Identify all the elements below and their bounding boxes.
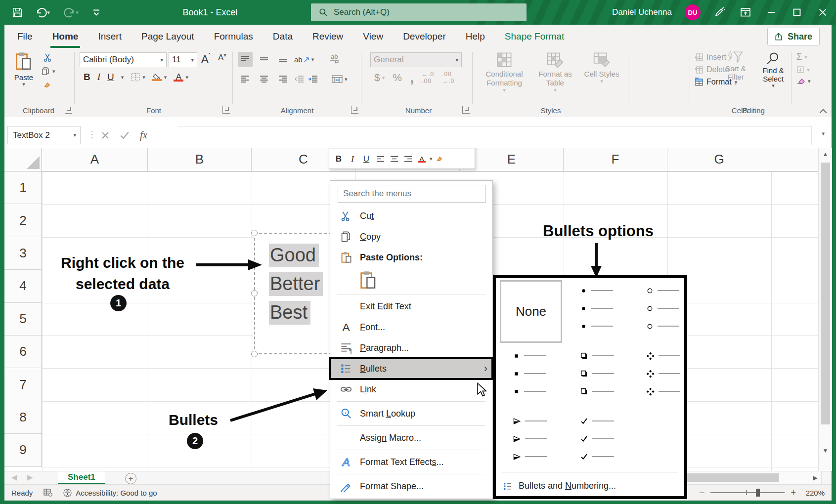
- row-header-3[interactable]: 3: [4, 237, 42, 270]
- tab-insert[interactable]: Insert: [88, 25, 132, 48]
- middle-align-button[interactable]: [257, 52, 271, 67]
- decrease-font-size-button[interactable]: A▾: [218, 53, 226, 63]
- column-header-G[interactable]: G: [667, 148, 771, 171]
- mini-italic-button[interactable]: I: [347, 152, 358, 167]
- scroll-down-icon[interactable]: ▼: [819, 444, 832, 457]
- sheet-tab-sheet1[interactable]: Sheet1: [58, 471, 105, 484]
- tab-help[interactable]: Help: [456, 25, 495, 48]
- merge-center-button[interactable]: ▾: [332, 75, 348, 83]
- conditional-formatting-button[interactable]: Conditional Formatting ▾: [479, 51, 529, 93]
- menu-item-paste-keep-source-formatting[interactable]: [330, 268, 492, 293]
- select-all-corner[interactable]: [4, 148, 42, 171]
- bullet-option-arrow-bullets[interactable]: [513, 416, 570, 462]
- mini-format-painter-icon[interactable]: [435, 152, 446, 167]
- menu-item-paragraph[interactable]: ¶Paragraph...: [330, 337, 492, 358]
- formula-input[interactable]: [177, 126, 812, 145]
- top-align-button[interactable]: [238, 52, 253, 67]
- menu-item-font[interactable]: AFont...: [330, 317, 492, 337]
- zoom-in-icon[interactable]: +: [791, 488, 796, 498]
- textbox-handle-top-left[interactable]: [251, 230, 258, 236]
- column-header-F[interactable]: F: [564, 148, 667, 171]
- minimize-button[interactable]: [765, 6, 778, 19]
- font-color-button[interactable]: A▾: [174, 73, 188, 82]
- menu-item-smart-lookup[interactable]: iSmart Lookup: [330, 403, 492, 424]
- tab-developer[interactable]: Developer: [393, 25, 456, 48]
- cancel-entry-icon[interactable]: [101, 131, 109, 139]
- mini-font-color-button[interactable]: A: [416, 152, 428, 167]
- bold-button[interactable]: B: [84, 72, 90, 83]
- align-right-button[interactable]: [275, 72, 290, 86]
- ribbon-display-options-icon[interactable]: [739, 6, 752, 19]
- underline-dropdown-icon[interactable]: ▾: [121, 75, 124, 80]
- collapse-ribbon-icon[interactable]: [819, 108, 827, 114]
- previous-sheet-icon[interactable]: ◀: [11, 473, 17, 482]
- borders-button[interactable]: ▾: [131, 72, 145, 82]
- vertical-scroll-thumb[interactable]: [821, 163, 830, 424]
- tab-data[interactable]: Data: [263, 25, 303, 48]
- autosum-button[interactable]: Σ▾: [796, 52, 811, 62]
- macro-record-icon[interactable]: [44, 489, 52, 497]
- avatar[interactable]: DU: [685, 4, 701, 20]
- number-format-combo[interactable]: General▾: [370, 52, 462, 67]
- mini-center-icon[interactable]: [388, 152, 400, 167]
- row-header-2[interactable]: 2: [4, 204, 42, 237]
- zoom-slider[interactable]: [710, 488, 785, 497]
- alignment-dialog-launcher-icon[interactable]: [351, 106, 358, 114]
- bullet-option-check-bullets[interactable]: [580, 416, 637, 462]
- number-dialog-launcher-icon[interactable]: [462, 106, 470, 114]
- mini-underline-button[interactable]: U: [360, 152, 372, 167]
- search-box[interactable]: Search (Alt+Q): [311, 3, 527, 21]
- row-header-5[interactable]: 5: [4, 303, 42, 336]
- coming-soon-icon[interactable]: [713, 6, 726, 19]
- menu-item-cut[interactable]: Cut: [330, 206, 492, 226]
- decrease-indent-button[interactable]: [294, 75, 304, 83]
- increase-indent-button[interactable]: [308, 75, 318, 83]
- scroll-right-icon[interactable]: ▶: [809, 471, 821, 484]
- cell-styles-button[interactable]: Cell Styles ▾: [581, 51, 622, 84]
- tab-file[interactable]: File: [7, 25, 43, 48]
- expand-formula-bar-icon[interactable]: ▾: [822, 131, 825, 136]
- row-header-7[interactable]: 7: [4, 368, 42, 401]
- accessibility-status[interactable]: Accessibility: Good to go: [63, 489, 157, 497]
- maximize-button[interactable]: [791, 6, 803, 19]
- redo-button[interactable]: ▾: [61, 6, 81, 19]
- name-box[interactable]: TextBox 2 ▾: [7, 126, 81, 144]
- format-as-table-button[interactable]: Format as Table ▾: [532, 51, 578, 93]
- next-sheet-icon[interactable]: ▶: [27, 473, 33, 482]
- bullet-option-filled-circle-bullets[interactable]: [580, 285, 637, 332]
- increase-font-size-button[interactable]: Aˆ: [201, 53, 211, 66]
- menu-item-exit-edit-text[interactable]: Exit Edit Text: [330, 296, 492, 317]
- font-name-combo[interactable]: Calibri (Body)▾: [80, 52, 167, 67]
- paste-button[interactable]: Paste ▾: [11, 51, 36, 87]
- row-header-1[interactable]: 1: [4, 171, 42, 204]
- fill-button[interactable]: ▾: [796, 66, 811, 74]
- tab-page-layout[interactable]: Page Layout: [132, 25, 204, 48]
- font-size-combo[interactable]: 11▾: [169, 52, 197, 67]
- tab-home[interactable]: Home: [43, 25, 88, 48]
- zoom-out-icon[interactable]: −: [699, 487, 705, 499]
- bottom-align-button[interactable]: [275, 52, 290, 67]
- center-button[interactable]: [257, 72, 271, 86]
- clear-button[interactable]: ▾: [796, 77, 811, 85]
- row-header-6[interactable]: 6: [4, 336, 42, 368]
- mini-bold-button[interactable]: B: [333, 152, 345, 167]
- menu-item-format-shape[interactable]: Format Shape...: [330, 476, 492, 497]
- sort-filter-button[interactable]: AZ Sort & Filter ▾: [716, 51, 755, 86]
- menu-search-input[interactable]: [338, 185, 486, 203]
- copy-button[interactable]: ▾: [41, 67, 55, 76]
- mini-font-color-dropdown-icon[interactable]: ▾: [430, 156, 433, 162]
- accounting-format-button[interactable]: $▾: [374, 72, 385, 84]
- column-header-E[interactable]: E: [460, 148, 564, 171]
- textbox-handle-bottom-left[interactable]: [251, 351, 258, 357]
- clipboard-dialog-launcher-icon[interactable]: [65, 106, 72, 114]
- bullet-option-diamond-bullets[interactable]: [646, 350, 704, 397]
- column-header-B[interactable]: B: [148, 148, 252, 171]
- orientation-button[interactable]: ab▾: [294, 55, 314, 64]
- row-header-8[interactable]: 8: [4, 401, 42, 434]
- menu-item-link[interactable]: Link: [330, 379, 492, 400]
- customize-quick-access-icon[interactable]: [90, 6, 103, 19]
- tab-view[interactable]: View: [353, 25, 393, 48]
- undo-button[interactable]: ▾: [33, 6, 52, 19]
- textbox-handle-middle-left[interactable]: [251, 290, 258, 296]
- vertical-scrollbar[interactable]: ▲ ▼: [818, 148, 832, 471]
